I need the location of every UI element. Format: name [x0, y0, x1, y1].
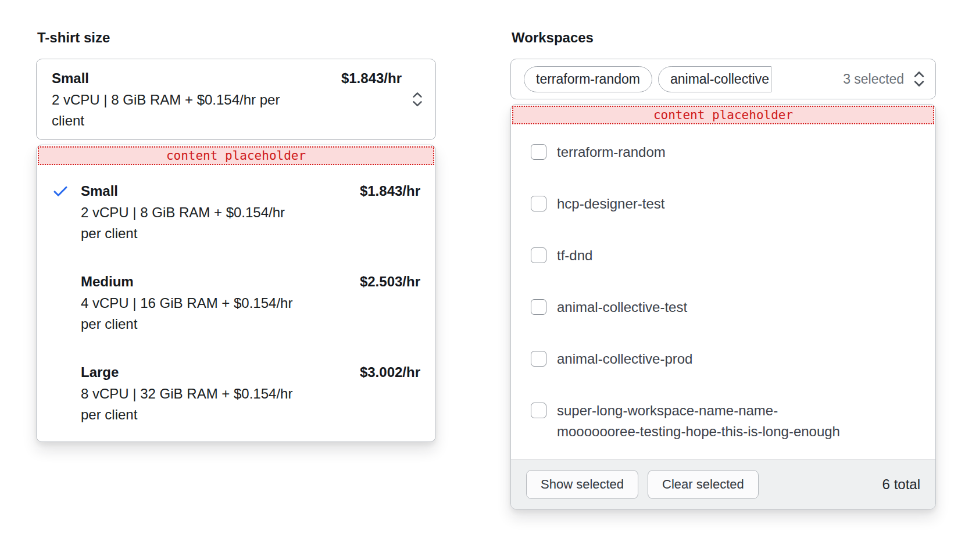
- workspace-option-label: animal-collective-test: [557, 297, 687, 318]
- content-placeholder-banner: content placeholder: [38, 146, 434, 165]
- page: T-shirt size Small $1.843/hr 2 vCPU | 8 …: [0, 0, 972, 560]
- checkbox[interactable]: [531, 351, 546, 367]
- size-option-small[interactable]: Small $1.843/hr 2 vCPU | 8 GiB RAM + $0.…: [52, 180, 420, 244]
- size-option-description: 8 vCPU | 32 GiB RAM + $0.154/hr per clie…: [81, 383, 299, 425]
- selected-size-summary: Small $1.843/hr 2 vCPU | 8 GiB RAM + $0.…: [52, 67, 402, 131]
- selected-size-description: 2 vCPU | 8 GiB RAM + $0.154/hr per clien…: [52, 89, 296, 131]
- size-option-price: $3.002/hr: [360, 361, 420, 383]
- size-option-price: $2.503/hr: [360, 271, 420, 293]
- content-placeholder-banner: content placeholder: [512, 106, 934, 124]
- size-option-medium[interactable]: Medium $2.503/hr 4 vCPU | 16 GiB RAM + $…: [52, 271, 420, 335]
- workspace-option[interactable]: tf-dnd: [531, 245, 920, 266]
- checkbox[interactable]: [531, 144, 546, 160]
- checkbox[interactable]: [531, 403, 546, 418]
- workspace-option-label: super-long-workspace-name-name- moooooor…: [557, 400, 840, 442]
- size-option-description: 4 vCPU | 16 GiB RAM + $0.154/hr per clie…: [81, 293, 299, 335]
- workspace-option[interactable]: animal-collective-prod: [531, 349, 920, 369]
- size-option-description: 2 vCPU | 8 GiB RAM + $0.154/hr per clien…: [81, 202, 299, 244]
- tshirt-size-select-trigger[interactable]: Small $1.843/hr 2 vCPU | 8 GiB RAM + $0.…: [36, 59, 436, 140]
- workspaces-section: Workspaces terraform-random animal-colle…: [510, 29, 936, 509]
- size-option-content: Large $3.002/hr 8 vCPU | 32 GiB RAM + $0…: [81, 361, 420, 425]
- tshirt-size-section: T-shirt size Small $1.843/hr 2 vCPU | 8 …: [36, 29, 436, 442]
- selected-size-price: $1.843/hr: [341, 67, 402, 89]
- workspaces-dropdown: content placeholder terraform-random hcp…: [510, 104, 936, 509]
- size-option-large[interactable]: Large $3.002/hr 8 vCPU | 32 GiB RAM + $0…: [52, 361, 420, 425]
- workspaces-label: Workspaces: [512, 29, 936, 46]
- total-count: 6 total: [882, 476, 920, 493]
- size-option-price: $1.843/hr: [360, 180, 420, 202]
- size-option-list: Small $1.843/hr 2 vCPU | 8 GiB RAM + $0.…: [37, 166, 435, 441]
- checkbox[interactable]: [531, 196, 546, 211]
- workspace-option-label: tf-dnd: [557, 245, 592, 266]
- selected-size-name: Small: [52, 67, 89, 89]
- up-down-chevron-icon: [410, 91, 425, 108]
- check-spacer: [52, 364, 69, 382]
- dropdown-footer: Show selected Clear selected 6 total: [511, 460, 935, 509]
- selected-count: 3 selected: [835, 71, 904, 87]
- show-selected-button[interactable]: Show selected: [526, 470, 638, 499]
- workspace-option-list: terraform-random hcp-designer-test tf-dn…: [511, 125, 935, 460]
- workspace-option-label: hcp-designer-test: [557, 193, 664, 214]
- size-option-content: Small $1.843/hr 2 vCPU | 8 GiB RAM + $0.…: [81, 180, 420, 244]
- workspace-option-label: terraform-random: [557, 142, 666, 163]
- workspace-tag: terraform-random: [524, 66, 652, 92]
- check-icon: [52, 183, 69, 200]
- workspace-option[interactable]: super-long-workspace-name-name- moooooor…: [531, 400, 920, 442]
- size-option-name: Large: [81, 361, 119, 383]
- up-down-chevron-icon: [911, 70, 927, 88]
- check-spacer: [52, 274, 69, 291]
- tshirt-size-label: T-shirt size: [37, 29, 436, 46]
- checkbox[interactable]: [531, 247, 546, 263]
- workspace-tag-clipped: animal-collective: [658, 66, 771, 92]
- workspace-option-label: animal-collective-prod: [557, 349, 692, 369]
- tshirt-size-dropdown: content placeholder Small $1.843/hr 2 vC…: [36, 145, 436, 442]
- checkbox[interactable]: [531, 299, 546, 315]
- size-option-name: Medium: [81, 271, 134, 293]
- workspace-option[interactable]: hcp-designer-test: [531, 193, 920, 214]
- size-option-content: Medium $2.503/hr 4 vCPU | 16 GiB RAM + $…: [81, 271, 420, 335]
- workspace-option[interactable]: terraform-random: [531, 142, 920, 163]
- size-option-name: Small: [81, 180, 118, 202]
- workspace-option[interactable]: animal-collective-test: [531, 297, 920, 318]
- workspaces-select-trigger[interactable]: terraform-random animal-collective 3 sel…: [510, 59, 936, 99]
- clear-selected-button[interactable]: Clear selected: [648, 470, 759, 499]
